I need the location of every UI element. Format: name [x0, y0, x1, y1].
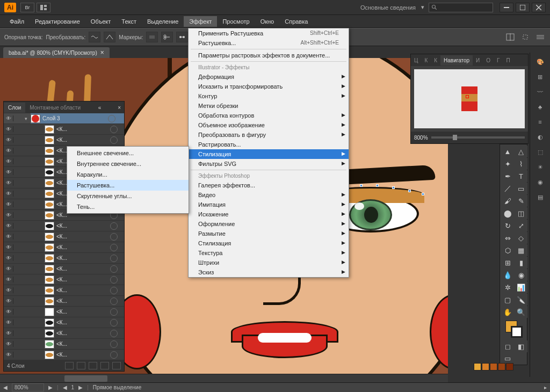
- layer-row[interactable]: 👁<К...: [4, 328, 124, 339]
- tool-free-transform[interactable]: ◇: [515, 232, 527, 244]
- workspace-dropdown-icon[interactable]: ▾: [421, 4, 424, 11]
- status-nav-left[interactable]: ◀: [3, 384, 8, 390]
- marker-connect-icon[interactable]: [176, 32, 188, 42]
- layer-row[interactable]: 👁<К...: [4, 285, 124, 296]
- visibility-toggle[interactable]: 👁: [4, 180, 13, 186]
- tool-slice[interactable]: 🔪: [515, 294, 527, 306]
- locate-layer-icon[interactable]: [65, 362, 74, 369]
- layer-target[interactable]: [110, 287, 118, 294]
- panel-icon-stroke[interactable]: ≡: [534, 116, 546, 128]
- tool-graph[interactable]: 📊: [515, 281, 527, 293]
- bridge-button[interactable]: Br: [20, 3, 34, 12]
- panel-icon-brushes[interactable]: 〰: [534, 86, 546, 98]
- status-artboard-next[interactable]: ▶: [78, 384, 83, 390]
- layer-target[interactable]: [110, 255, 118, 262]
- layer-target[interactable]: [110, 233, 118, 241]
- swatch[interactable]: [506, 363, 513, 371]
- visibility-toggle[interactable]: 👁: [4, 320, 13, 325]
- tool-width[interactable]: ⇔: [501, 232, 514, 244]
- effect-distort[interactable]: Исказить и трансформировать▶: [189, 82, 349, 91]
- expand-icon[interactable]: ▾: [22, 116, 30, 121]
- effect-pixelate[interactable]: Оформление▶: [189, 219, 349, 229]
- layer-target[interactable]: [110, 136, 118, 144]
- hscroll-thumb[interactable]: [64, 375, 107, 382]
- layer-row[interactable]: 👁<К...: [4, 339, 124, 350]
- effect-pathfinder[interactable]: Обработка контуров▶: [189, 111, 349, 120]
- layer-row[interactable]: 👁<К...: [4, 231, 124, 242]
- tool-gradient[interactable]: ▮: [515, 257, 527, 268]
- effect-rasterize[interactable]: Растрировать...: [189, 140, 349, 149]
- close-button[interactable]: [532, 3, 546, 12]
- tool-blob[interactable]: ⬤: [501, 207, 514, 219]
- navigator-zoom-slider[interactable]: [431, 136, 525, 139]
- visibility-toggle[interactable]: 👁: [4, 255, 13, 261]
- visibility-toggle[interactable]: 👁: [4, 309, 13, 315]
- tool-brush[interactable]: 🖌: [501, 195, 514, 207]
- effect-brush-strokes[interactable]: Штрихи▶: [189, 258, 349, 267]
- minimize-button[interactable]: [500, 3, 513, 12]
- submenu-inner-glow[interactable]: Внутреннее свечение...: [67, 158, 189, 169]
- nav-tab-i[interactable]: И: [473, 55, 483, 66]
- tool-pen[interactable]: ✒: [501, 170, 514, 182]
- menu-file[interactable]: Файл: [4, 16, 30, 27]
- menu-object[interactable]: Объект: [85, 16, 116, 27]
- visibility-toggle[interactable]: 👁: [4, 148, 13, 154]
- marker-cut-icon[interactable]: [161, 32, 173, 42]
- panel-icon-layers[interactable]: ▤: [534, 191, 546, 203]
- visibility-toggle[interactable]: 👁: [4, 169, 13, 175]
- layer-row[interactable]: 👁<К...: [4, 350, 124, 360]
- layer-row[interactable]: 👁<К...: [4, 307, 124, 317]
- panel-icon-graphic-styles[interactable]: ◉: [534, 176, 546, 188]
- panel-icon-symbols[interactable]: ♣: [534, 101, 546, 113]
- layer-target[interactable]: [110, 244, 118, 251]
- menu-text[interactable]: Текст: [116, 16, 142, 27]
- effect-warp[interactable]: Деформация▶: [189, 72, 349, 82]
- menu-effect[interactable]: Эффект: [184, 16, 217, 27]
- tool-rotate[interactable]: ↻: [501, 220, 514, 231]
- effect-last-settings[interactable]: Растушевка...Alt+Shift+Ctrl+E: [189, 38, 349, 48]
- visibility-toggle[interactable]: 👁: [4, 137, 13, 143]
- tool-line[interactable]: ／: [501, 183, 514, 194]
- search-input[interactable]: [429, 3, 493, 12]
- visibility-toggle[interactable]: 👁: [4, 126, 13, 132]
- tool-mesh[interactable]: ⊞: [501, 257, 514, 268]
- tool-selection[interactable]: ▲: [501, 146, 514, 157]
- effect-convert-shape[interactable]: Преобразовать в фигуру▶: [189, 130, 349, 140]
- layer-row[interactable]: 👁<К...: [4, 274, 124, 285]
- tool-draw-normal[interactable]: ◻: [501, 340, 514, 352]
- artboards-tab[interactable]: Монтажные области: [25, 103, 85, 113]
- nav-tab-k1[interactable]: К: [421, 55, 431, 66]
- effect-artistic[interactable]: Имитация▶: [189, 200, 349, 209]
- effect-path[interactable]: Контур▶: [189, 91, 349, 101]
- tool-fill-stroke[interactable]: [501, 318, 514, 340]
- tool-scale[interactable]: ⤢: [515, 220, 527, 231]
- layer-target[interactable]: [110, 330, 118, 337]
- layer-target[interactable]: [110, 222, 118, 230]
- layer-target[interactable]: [110, 126, 118, 133]
- submenu-feather[interactable]: Растушевка...: [67, 180, 189, 191]
- visibility-toggle[interactable]: 👁: [4, 266, 13, 272]
- tool-shape-builder[interactable]: ⬡: [501, 244, 514, 256]
- tool-artboard[interactable]: ▢: [501, 294, 514, 306]
- tool-lasso[interactable]: ⌇: [515, 158, 527, 170]
- panel-icon-transparency[interactable]: ⬚: [534, 146, 546, 158]
- align-artboard-icon[interactable]: [505, 32, 516, 42]
- layer-row[interactable]: 👁<К...: [4, 135, 124, 146]
- visibility-toggle[interactable]: 👁: [4, 115, 13, 121]
- nav-tab-g[interactable]: Г: [494, 55, 503, 66]
- tool-symbol-spray[interactable]: ✲: [501, 281, 514, 293]
- layer-row[interactable]: 👁<К...: [4, 317, 124, 328]
- tool-magic-wand[interactable]: ✦: [501, 158, 514, 170]
- arrange-docs-button[interactable]: [37, 3, 50, 12]
- panel-icon-appearance[interactable]: ☀: [534, 161, 546, 173]
- effect-gallery[interactable]: Галерея эффектов...: [189, 180, 349, 190]
- document-tab-close-icon[interactable]: ×: [100, 49, 104, 56]
- nav-tab-navigator[interactable]: Навигатор: [440, 55, 473, 66]
- menu-window[interactable]: Окно: [255, 16, 280, 27]
- tool-eyedropper[interactable]: 💧: [501, 269, 514, 281]
- visibility-toggle[interactable]: 👁: [4, 287, 13, 293]
- new-sublayer-icon[interactable]: [89, 362, 97, 369]
- menu-select[interactable]: Выделение: [142, 16, 184, 27]
- visibility-toggle[interactable]: 👁: [4, 352, 13, 358]
- status-menu-icon[interactable]: ▸: [544, 384, 547, 390]
